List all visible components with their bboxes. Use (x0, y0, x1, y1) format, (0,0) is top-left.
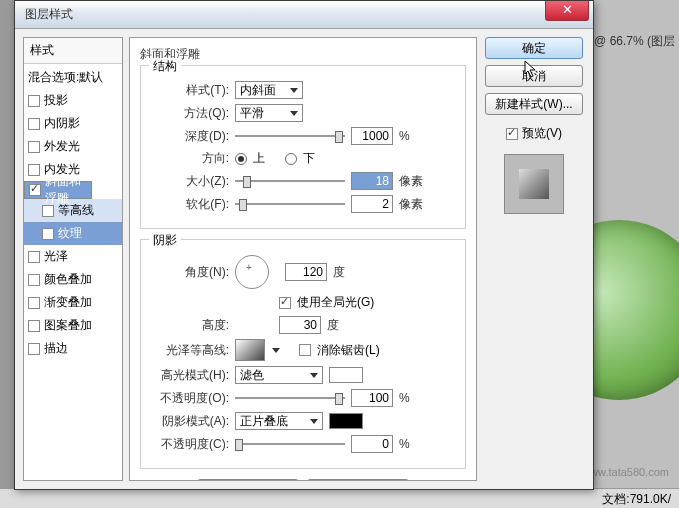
size-input[interactable]: 18 (351, 172, 393, 190)
chevron-down-icon (310, 373, 318, 378)
contour-swatch[interactable] (235, 339, 265, 361)
list-item[interactable]: 外发光 (24, 135, 122, 158)
soften-input[interactable]: 2 (351, 195, 393, 213)
list-item-texture[interactable]: 纹理 (24, 222, 122, 245)
list-item[interactable]: 颜色叠加 (24, 268, 122, 291)
checkbox-icon[interactable] (42, 228, 54, 240)
doc-title: d @ 66.7% (图层 (580, 30, 679, 53)
shadow-mode-select[interactable]: 正片叠底 (235, 412, 323, 430)
dir-up-radio[interactable] (235, 153, 247, 165)
close-button[interactable]: ✕ (545, 1, 589, 21)
depth-slider[interactable] (235, 129, 345, 143)
method-select[interactable]: 平滑 (235, 104, 303, 122)
watermark: www.tata580.com (582, 466, 669, 478)
new-style-button[interactable]: 新建样式(W)... (485, 93, 583, 115)
checkbox-icon[interactable] (28, 141, 40, 153)
cancel-button[interactable]: 取消 (485, 65, 583, 87)
group-label: 阴影 (149, 232, 181, 249)
group-label: 结构 (149, 58, 181, 75)
shadow-opacity-input[interactable]: 0 (351, 435, 393, 453)
structure-group: 结构 样式(T):内斜面 方法(Q):平滑 深度(D):1000% 方向:上下 … (140, 65, 466, 229)
chevron-down-icon (310, 419, 318, 424)
shadow-group: 阴影 角度(N):120度 使用全局光(G) 高度:30度 光泽等高线:消除锯齿… (140, 239, 466, 469)
blend-options[interactable]: 混合选项:默认 (24, 66, 122, 89)
chevron-down-icon (290, 88, 298, 93)
panel-title: 斜面和浮雕 (140, 46, 466, 63)
list-item[interactable]: 图案叠加 (24, 314, 122, 337)
set-default-button[interactable]: 设置为默认值 (197, 479, 299, 481)
action-column: 确定 取消 新建样式(W)... 预览(V) (483, 37, 585, 481)
checkbox-icon[interactable] (28, 95, 40, 107)
reset-default-button[interactable]: 复位为默认值 (307, 479, 409, 481)
list-item[interactable]: 内阴影 (24, 112, 122, 135)
angle-dial[interactable] (235, 255, 269, 289)
preview-toggle[interactable]: 预览(V) (506, 125, 562, 142)
depth-input[interactable]: 1000 (351, 127, 393, 145)
highlight-opacity-input[interactable]: 100 (351, 389, 393, 407)
size-slider[interactable] (235, 174, 345, 188)
ok-button[interactable]: 确定 (485, 37, 583, 59)
list-item[interactable]: 描边 (24, 337, 122, 360)
checkbox-icon[interactable] (28, 274, 40, 286)
status-text: 文档:791.0K/ (602, 492, 671, 506)
antialias-checkbox[interactable] (299, 344, 311, 356)
status-bar: 文档:791.0K/ (0, 488, 679, 508)
chevron-down-icon[interactable] (271, 339, 281, 361)
titlebar[interactable]: 图层样式 ✕ (15, 1, 593, 29)
checkbox-icon[interactable] (29, 184, 41, 196)
checkbox-icon[interactable] (506, 128, 518, 140)
shadow-opacity-slider[interactable] (235, 437, 345, 451)
highlight-opacity-slider[interactable] (235, 391, 345, 405)
layer-style-dialog: 图层样式 ✕ 样式 混合选项:默认 投影 内阴影 外发光 内发光 斜面和浮雕 等… (14, 0, 594, 490)
dialog-title: 图层样式 (19, 6, 73, 23)
list-item-bevel[interactable]: 斜面和浮雕 (24, 181, 92, 199)
checkbox-icon[interactable] (28, 118, 40, 130)
global-light-checkbox[interactable] (279, 297, 291, 309)
checkbox-icon[interactable] (28, 164, 40, 176)
dir-down-radio[interactable] (285, 153, 297, 165)
list-item-contour[interactable]: 等高线 (24, 199, 122, 222)
style-list: 样式 混合选项:默认 投影 内阴影 外发光 内发光 斜面和浮雕 等高线 纹理 光… (23, 37, 123, 481)
checkbox-icon[interactable] (28, 320, 40, 332)
checkbox-icon[interactable] (28, 251, 40, 263)
preview-swatch (504, 154, 564, 214)
list-item[interactable]: 投影 (24, 89, 122, 112)
style-select[interactable]: 内斜面 (235, 81, 303, 99)
soften-slider[interactable] (235, 197, 345, 211)
highlight-color[interactable] (329, 367, 363, 383)
checkbox-icon[interactable] (42, 205, 54, 217)
list-item[interactable]: 渐变叠加 (24, 291, 122, 314)
checkbox-icon[interactable] (28, 343, 40, 355)
shadow-color[interactable] (329, 413, 363, 429)
list-item[interactable]: 光泽 (24, 245, 122, 268)
angle-input[interactable]: 120 (285, 263, 327, 281)
altitude-input[interactable]: 30 (279, 316, 321, 334)
style-list-header[interactable]: 样式 (24, 38, 122, 64)
chevron-down-icon (290, 111, 298, 116)
settings-panel: 斜面和浮雕 结构 样式(T):内斜面 方法(Q):平滑 深度(D):1000% … (129, 37, 477, 481)
highlight-mode-select[interactable]: 滤色 (235, 366, 323, 384)
checkbox-icon[interactable] (28, 297, 40, 309)
